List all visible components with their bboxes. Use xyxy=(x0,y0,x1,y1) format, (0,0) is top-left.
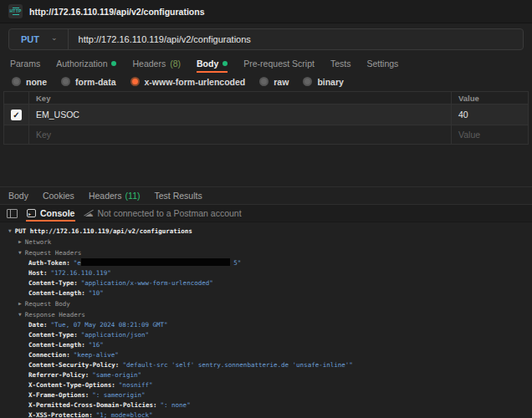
body-mode-label: none xyxy=(26,77,47,87)
key-cell-placeholder[interactable]: Key xyxy=(29,130,451,140)
console-value: ": sameorigin" xyxy=(92,391,145,399)
http-request-icon: HTTP xyxy=(8,4,23,18)
console-value: "same-origin" xyxy=(92,371,141,379)
console-tree-line[interactable]: ▶Network xyxy=(0,237,532,247)
cloud-off-icon: ☁ xyxy=(84,209,93,218)
console-value: 5" xyxy=(230,259,242,267)
method-dropdown[interactable]: PUT ⌄ xyxy=(9,29,69,49)
value-cell[interactable]: 40 xyxy=(451,104,528,125)
chevron-collapsed-icon: ▶ xyxy=(18,300,22,306)
body-mode-binary[interactable]: binary xyxy=(303,77,344,87)
console-value: ": none" xyxy=(161,401,191,409)
console-kv-line: Connection:"keep-alive" xyxy=(0,350,532,360)
chevron-down-icon: ⌄ xyxy=(51,34,58,42)
tab-label: Tests xyxy=(330,59,351,69)
console-key: Host: xyxy=(28,269,48,277)
tab-tests[interactable]: Tests xyxy=(330,55,351,73)
console-tab[interactable]: ▸ Console xyxy=(26,206,75,222)
radio-icon xyxy=(61,77,70,86)
body-mode-raw[interactable]: raw xyxy=(259,77,289,87)
console-kv-line: Host:"172.16.110.119" xyxy=(0,268,532,278)
console-value: "application/x-www-form-urlencoded" xyxy=(81,279,213,287)
response-tab-count: (11) xyxy=(125,191,141,201)
request-tab-bar: HTTP http://172.16.110.119/api/v2/config… xyxy=(0,0,532,23)
tab-label: Headers xyxy=(132,59,166,69)
console-key: Content-Type: xyxy=(28,331,78,339)
console-kv-line: Content-Type:"application/json" xyxy=(0,330,532,340)
console-kv-line: X-XSS-Protection:"1; mode=block" xyxy=(0,410,532,418)
response-tab-label: Body xyxy=(8,191,28,201)
row-checkbox[interactable]: ✓ xyxy=(11,110,22,120)
body-mode-none[interactable]: none xyxy=(12,77,47,87)
redaction-bar xyxy=(81,258,230,266)
response-tab-test-results[interactable]: Test Results xyxy=(154,191,202,201)
table-row-empty: Key Value xyxy=(4,125,528,144)
console-tab-label: Console xyxy=(40,208,74,218)
console-tree-label: Request Headers xyxy=(25,249,82,257)
method-label: PUT xyxy=(21,34,39,44)
console-icon: ▸ xyxy=(27,209,36,217)
radio-icon xyxy=(259,77,269,86)
console-kv-line: Content-Length:"10" xyxy=(0,288,532,298)
console-kv-line: Content-Type:"application/x-www-form-url… xyxy=(0,278,532,288)
key-cell[interactable]: EM_USOC xyxy=(29,110,451,120)
url-input[interactable]: http://172.16.110.119/api/v2/configurati… xyxy=(69,34,523,44)
console-tree-line[interactable]: ▼Request Headers xyxy=(0,247,532,258)
response-tab-label: Cookies xyxy=(43,191,74,201)
body-mode-label: form-data xyxy=(75,77,115,87)
console-key: Date: xyxy=(28,321,48,329)
console-key: Content-Length: xyxy=(28,341,85,349)
value-cell-placeholder[interactable]: Value xyxy=(451,125,528,144)
console-log: ▼PUT http://172.16.110.119/api/v2/config… xyxy=(0,222,532,418)
tab-authorization[interactable]: Authorization xyxy=(56,55,116,73)
http-icon-bar xyxy=(13,14,19,15)
http-icon-label: HTTP xyxy=(10,9,22,13)
response-tab-label: Test Results xyxy=(154,191,202,201)
tab-pre-request-script[interactable]: Pre-request Script xyxy=(243,55,315,73)
response-tab-body[interactable]: Body xyxy=(8,191,28,201)
console-tree-label: Request Body xyxy=(25,300,70,308)
tab-label: Pre-request Script xyxy=(243,59,315,69)
tab-headers[interactable]: Headers(8) xyxy=(132,55,181,73)
panel-layout-icon[interactable] xyxy=(7,209,18,218)
tab-settings[interactable]: Settings xyxy=(366,55,398,73)
console-value: "1; mode=block" xyxy=(96,411,153,418)
tab-params[interactable]: Params xyxy=(10,55,40,73)
request-tab-title[interactable]: http://172.16.110.119/api/v2/configurati… xyxy=(29,7,205,17)
console-kv-line: Date:"Tue, 07 May 2024 08:21:09 GMT" xyxy=(0,320,532,330)
console-tree-line[interactable]: ▶Request Body xyxy=(0,298,532,309)
response-tab-cookies[interactable]: Cookies xyxy=(43,191,74,201)
body-mode-selector: noneform-datax-www-form-urlencodedrawbin… xyxy=(0,73,532,90)
radio-icon xyxy=(130,77,140,86)
console-value: "nosniff" xyxy=(119,381,153,389)
console-tree-label: Response Headers xyxy=(25,311,85,319)
connection-status: ☁ Not connected to a Postman account xyxy=(84,208,241,218)
response-tab-headers[interactable]: Headers(11) xyxy=(89,191,141,201)
status-dot xyxy=(223,61,228,66)
console-key: Referrer-Policy: xyxy=(28,371,89,379)
console-kv-line: X-Frame-Options:": sameorigin" xyxy=(0,390,532,400)
console-value: "keep-alive" xyxy=(74,351,119,359)
tab-label: Body xyxy=(197,59,218,69)
console-kv-line: Content-Security-Policy:"default-src 'se… xyxy=(0,360,532,370)
body-mode-form-data[interactable]: form-data xyxy=(61,77,115,87)
value-column-header: Value xyxy=(451,92,528,104)
chevron-collapsed-icon: ▶ xyxy=(18,238,22,244)
console-key: Content-Length: xyxy=(28,289,85,297)
console-key: Auth-Token: xyxy=(28,259,70,267)
response-empty-area xyxy=(0,145,532,186)
tab-count: (8) xyxy=(170,59,181,69)
tab-body[interactable]: Body xyxy=(197,55,228,73)
chevron-expanded-icon: ▼ xyxy=(18,249,22,255)
console-tree-line[interactable]: ▼PUT http://172.16.110.119/api/v2/config… xyxy=(0,226,532,237)
radio-icon xyxy=(303,77,312,86)
console-value: "default-src 'self' sentry.sonnenbatteri… xyxy=(122,361,352,369)
console-key: Content-Security-Policy: xyxy=(28,361,119,369)
console-value: "e xyxy=(74,259,81,267)
body-mode-label: raw xyxy=(274,77,289,87)
body-mode-x-www-form-urlencoded[interactable]: x-www-form-urlencoded xyxy=(130,77,246,87)
console-key: Connection: xyxy=(28,351,70,359)
request-tabs: ParamsAuthorizationHeaders(8)BodyPre-req… xyxy=(0,55,532,73)
console-tree-line[interactable]: ▼Response Headers xyxy=(0,309,532,320)
form-data-table: Key Value ✓ EM_USOC 40 Key Value xyxy=(3,91,529,145)
